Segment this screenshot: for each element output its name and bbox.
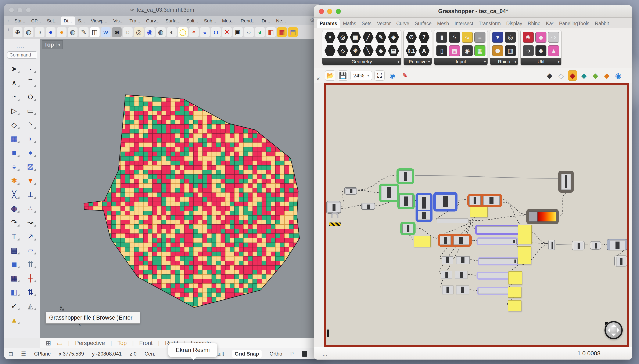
two-spheres-icon[interactable]: ◉: [145, 27, 155, 37]
sidebar-tool-9[interactable]: ◝: [25, 120, 36, 129]
rhino-menu-9[interactable]: Surfa...: [162, 16, 183, 25]
selected-chain-node[interactable]: [607, 239, 627, 250]
sidebar-tool-1[interactable]: ·: [25, 64, 36, 73]
sidebar-tool-4[interactable]: ◔: [9, 92, 20, 101]
target-sphere-icon[interactable]: ◓: [189, 27, 199, 37]
sidebar-drag-handle[interactable]: ····: [17, 45, 25, 50]
zoom-extents-button[interactable]: ⛶: [374, 70, 385, 80]
gh-titlebar[interactable]: Grasshopper - tez_ca_04*: [314, 5, 632, 18]
status-cplane[interactable]: CPlane: [34, 351, 51, 357]
geometry-component-icon[interactable]: ╱: [363, 32, 374, 43]
geometry-component-icon[interactable]: ✎: [375, 32, 386, 43]
chevron-down-icon[interactable]: ▾: [397, 60, 399, 64]
gh-menu-panelingtools[interactable]: PanelingTools: [556, 19, 592, 28]
gh-menu-curve[interactable]: Curve: [393, 19, 412, 28]
sidebar-tool-33[interactable]: ⇅: [25, 288, 36, 296]
yellow-ring-icon[interactable]: ◯: [178, 27, 188, 37]
gray-sphere-icon[interactable]: ◑: [35, 27, 45, 37]
panel[interactable]: [518, 246, 531, 264]
sidebar-tool-11[interactable]: ◗: [25, 134, 36, 143]
rhino-menu-10[interactable]: Soli...: [183, 16, 201, 25]
sidebar-tool-25[interactable]: ↗: [25, 232, 36, 240]
status-chip-icon[interactable]: [302, 351, 307, 356]
selected-green-node[interactable]: [379, 184, 399, 202]
sidebar-tool-35[interactable]: ◭: [25, 302, 36, 310]
selected-orange-node[interactable]: [438, 234, 472, 247]
gh-menu-transform[interactable]: Transform: [476, 19, 503, 28]
monitor-icon[interactable]: ▣: [233, 27, 243, 37]
gh-traffic-lights[interactable]: [319, 9, 341, 14]
open-file-button[interactable]: 📂: [325, 70, 335, 80]
rhino-component-icon[interactable]: ▼: [492, 32, 503, 43]
geometry-component-icon[interactable]: ×: [324, 32, 335, 43]
rhino-titlebar[interactable]: ✑ tez_ca_03.3dm.rhl.3dm: [4, 4, 320, 16]
selected-orange-node[interactable]: [467, 194, 502, 207]
util-component-icon[interactable]: ▲: [548, 45, 559, 56]
viewport-tab-front[interactable]: Front: [139, 340, 152, 346]
sidebar-tool-5[interactable]: ⊖: [25, 92, 36, 101]
geometry-component-icon[interactable]: ◈: [388, 32, 399, 43]
planar-toggle[interactable]: P: [290, 351, 294, 357]
selected-green-node[interactable]: [396, 168, 414, 184]
rhino-menu-1[interactable]: CP...: [28, 16, 44, 25]
sidebar-tool-29[interactable]: ⇈: [25, 260, 36, 268]
util-component-icon[interactable]: ❀: [523, 32, 534, 43]
sidebar-tool-3[interactable]: ⌒: [25, 78, 36, 87]
grid-snap-toggle[interactable]: Grid Snap: [232, 350, 262, 358]
half-sphere-icon[interactable]: ◐: [167, 27, 177, 37]
selected-green-node[interactable]: [400, 222, 415, 235]
save-file-button[interactable]: 💾: [338, 70, 348, 80]
top-viewport[interactable]: Top▾ y x Grasshopper file ( Browse )Ente…: [40, 39, 320, 338]
input-component-icon[interactable]: ∿: [462, 32, 473, 43]
close-icon[interactable]: [319, 9, 324, 14]
input-component-icon[interactable]: ▮: [436, 32, 447, 43]
gh-menu-rabbit[interactable]: Rabbit: [592, 19, 612, 28]
primitive-component-icon[interactable]: 7: [418, 32, 430, 43]
geometry-component-icon[interactable]: ╲: [363, 45, 374, 56]
chevron-down-icon[interactable]: ▾: [484, 60, 486, 64]
sidebar-tool-27[interactable]: ▱: [25, 246, 36, 254]
geometry-component-icon[interactable]: ◆: [375, 45, 386, 56]
geometry-component-icon[interactable]: ◇: [337, 45, 348, 56]
sidebar-tool-14[interactable]: ◒: [9, 162, 20, 171]
gradient-node[interactable]: [526, 209, 559, 224]
raytrace-bear-icon[interactable]: w: [101, 27, 111, 37]
input-component-icon[interactable]: ▯: [436, 45, 447, 56]
orange-gem-icon[interactable]: ◆: [602, 70, 611, 80]
sidebar-tool-0[interactable]: ➤: [9, 64, 20, 73]
sidebar-tool-18[interactable]: ╳: [9, 190, 20, 198]
chain-node[interactable]: [590, 241, 601, 250]
sidebar-tool-6[interactable]: ▷: [9, 106, 20, 115]
dark-param-node[interactable]: [558, 171, 574, 193]
green-gem-icon[interactable]: ◆: [591, 70, 600, 80]
rhino-menu-6[interactable]: Vis...: [110, 16, 127, 25]
chevron-down-icon[interactable]: ▾: [428, 60, 430, 64]
sidebar-tool-8[interactable]: ◇: [9, 120, 20, 129]
pressed-sphere-icon[interactable]: ◙: [112, 27, 122, 37]
gh-menu-maths[interactable]: Maths: [340, 19, 359, 28]
util-component-icon[interactable]: ⇨: [548, 32, 559, 43]
layer-swatch-icon[interactable]: ◻: [9, 350, 13, 357]
minimize-icon[interactable]: [327, 9, 332, 14]
sidebar-tool-31[interactable]: ╂: [25, 274, 36, 282]
drag-handle-icon[interactable]: ⋮: [6, 18, 10, 23]
primitive-component-icon[interactable]: 0.1: [406, 45, 417, 56]
artistic-sphere-icon[interactable]: ◫: [90, 27, 100, 37]
geometry-component-icon[interactable]: ▣: [350, 32, 361, 43]
blue-drop-icon[interactable]: ◒: [200, 27, 210, 37]
input-component-icon[interactable]: ≡: [474, 32, 486, 43]
panel[interactable]: [414, 236, 431, 247]
geometry-component-icon[interactable]: ▤: [388, 45, 399, 56]
zoom-dropdown[interactable]: 24% ▾: [350, 71, 372, 80]
grenade-sphere-icon[interactable]: ◍: [156, 27, 166, 37]
command-input[interactable]: [7, 52, 37, 58]
xray-sphere-icon[interactable]: ◌: [123, 27, 133, 37]
red-green-icon[interactable]: ◧: [266, 27, 276, 37]
teal-gem-icon[interactable]: ◆: [579, 70, 589, 80]
chain-node[interactable]: [572, 241, 585, 250]
sidebar-tool-15[interactable]: ▨: [25, 162, 36, 171]
ortho-toggle[interactable]: Ortho: [270, 351, 282, 357]
shaded-sphere-icon[interactable]: ◍: [24, 27, 34, 37]
close-icon[interactable]: [9, 8, 14, 13]
sidebar-tool-21[interactable]: ∴: [25, 204, 36, 212]
